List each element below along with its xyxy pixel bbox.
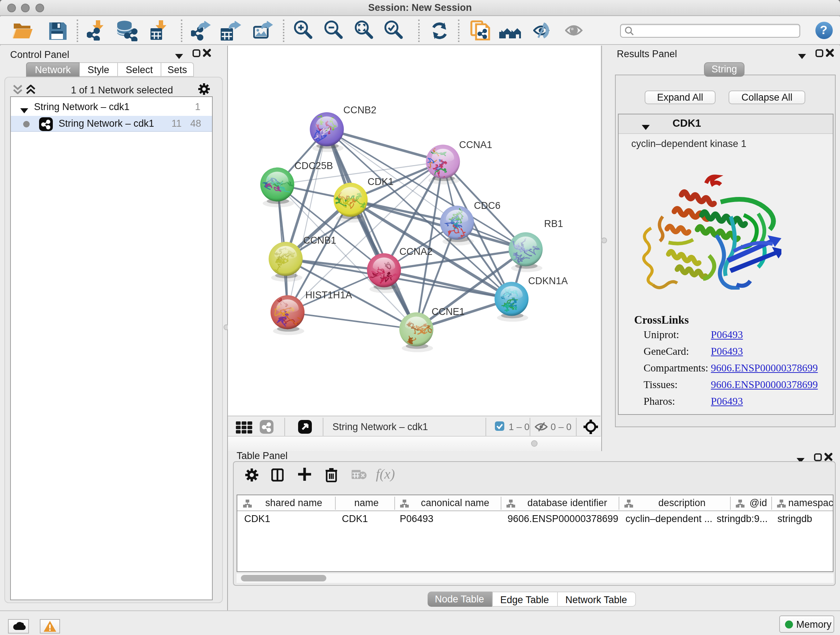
svg-text:CDKN1A: CDKN1A [528,275,568,286]
svg-text:CCNA1: CCNA1 [459,139,493,150]
svg-text:CDC25B: CDC25B [294,160,333,171]
svg-text:CCNB2: CCNB2 [343,104,377,115]
svg-text:CDK1: CDK1 [368,176,393,187]
svg-text:HIST1H1A: HIST1H1A [305,289,352,300]
svg-text:CDC6: CDC6 [474,200,501,211]
svg-text:CCNA2: CCNA2 [399,246,433,257]
svg-text:RB1: RB1 [544,218,563,229]
svg-text:CCNE1: CCNE1 [431,306,465,317]
svg-text:CCNB1: CCNB1 [303,234,336,245]
